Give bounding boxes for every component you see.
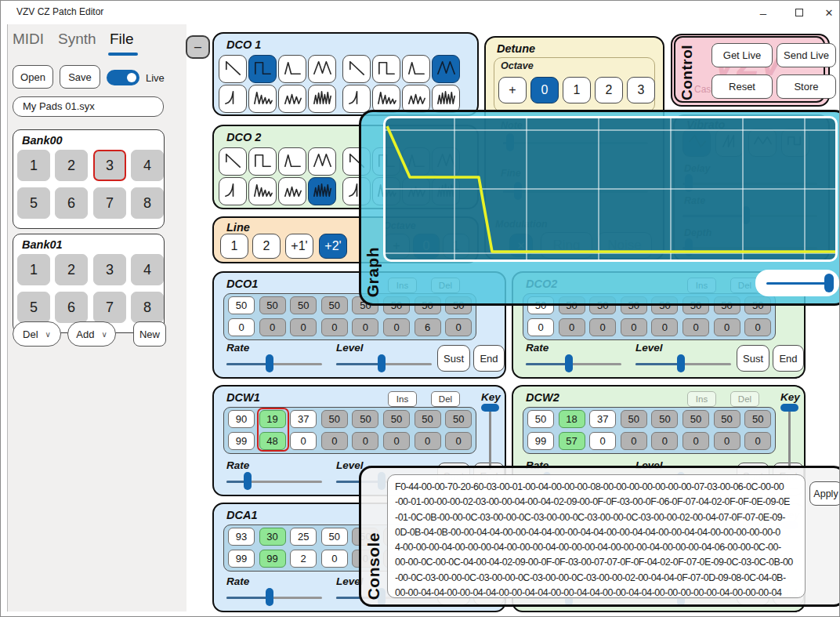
env-cell-rate[interactable]: 37 [290, 410, 317, 428]
env-cell-level[interactable]: 0 [321, 318, 348, 336]
env-cell-rate[interactable]: 50 [714, 410, 740, 428]
env-cell-level[interactable]: 0 [445, 318, 472, 336]
octave-button[interactable]: + [498, 77, 527, 103]
env-cell-rate[interactable]: 93 [228, 528, 255, 546]
env-cell-rate[interactable]: 50 [651, 410, 678, 428]
env-cell-rate[interactable]: 50 [321, 296, 348, 314]
rate-slider[interactable] [226, 474, 322, 489]
env-cell-level[interactable]: 0 [228, 318, 255, 336]
env-cell-rate[interactable]: 50 [527, 410, 554, 428]
env-cell-level[interactable]: 0 [290, 432, 317, 450]
env-cell-level[interactable]: 0 [714, 432, 740, 450]
line-button[interactable]: +1' [285, 234, 313, 259]
bank-bank00-patch-button[interactable]: 3 [93, 150, 126, 181]
wave-button-noise-saw-1[interactable] [372, 85, 400, 113]
env-cell-level[interactable]: 0 [589, 432, 616, 450]
bank-bank00-patch-button[interactable]: 1 [17, 150, 50, 181]
env-cell-level[interactable]: 0 [352, 318, 378, 336]
filename-field[interactable]: My Pads 01.syx [13, 96, 164, 117]
wave-button-double-sine[interactable] [308, 147, 336, 176]
wave-button-square[interactable] [248, 147, 277, 176]
reset-button[interactable]: Reset [711, 74, 773, 99]
close-button[interactable]: ✕ [817, 1, 840, 24]
env-cell-rate[interactable]: 90 [228, 410, 255, 428]
octave-button[interactable]: 1 [563, 77, 591, 103]
env-cell-level[interactable]: 99 [527, 432, 554, 450]
send-live-button[interactable]: Send Live [777, 43, 836, 67]
wave-button-pulse[interactable] [402, 55, 430, 83]
wave-button-noise-saw-3[interactable] [308, 177, 336, 205]
env-cell-level[interactable]: 0 [621, 318, 647, 336]
wave-button-square[interactable] [372, 55, 400, 83]
env-cell-level[interactable]: 99 [228, 432, 255, 450]
env-cell-rate[interactable]: 50 [321, 410, 348, 428]
wave-button-noise-saw-2[interactable] [278, 85, 306, 113]
wave-button-pulse[interactable] [278, 55, 306, 83]
minimize-button[interactable]: – [745, 1, 781, 24]
delete-stage-button[interactable]: Del [431, 391, 460, 407]
env-cell-level[interactable]: 48 [259, 432, 286, 450]
key-slider-handle[interactable] [481, 404, 499, 412]
store-button[interactable]: Store [777, 74, 836, 99]
env-cell-rate[interactable]: 19 [259, 410, 286, 428]
rate-slider-handle[interactable] [244, 472, 252, 490]
env-cell-level[interactable]: 99 [228, 550, 255, 568]
env-cell-rate[interactable]: 30 [259, 528, 286, 546]
add-dropdown[interactable]: Add∨ [67, 321, 116, 347]
bank-bank01-patch-button[interactable]: 7 [93, 292, 126, 323]
octave-button[interactable]: 2 [595, 77, 623, 103]
wave-button-square[interactable] [248, 55, 277, 83]
get-live-button[interactable]: Get Live [711, 43, 773, 67]
bank-bank01-patch-button[interactable]: 3 [93, 254, 126, 285]
env-cell-level[interactable]: 0 [682, 432, 709, 450]
insert-stage-button[interactable]: Ins [687, 391, 716, 407]
env-cell-level[interactable]: 0 [651, 318, 678, 336]
bank-bank01-patch-button[interactable]: 8 [131, 292, 164, 323]
rate-slider[interactable] [526, 356, 621, 372]
wave-button-noise-saw-1[interactable] [248, 85, 277, 113]
wave-button-double-sine[interactable] [308, 55, 336, 83]
bank-bank00-patch-button[interactable]: 8 [131, 187, 164, 219]
bank-bank00-patch-button[interactable]: 4 [131, 150, 164, 181]
wave-button-saw-pulse[interactable] [219, 177, 247, 205]
save-button[interactable]: Save [60, 65, 100, 89]
bank-bank01-patch-button[interactable]: 2 [55, 254, 88, 285]
bank-bank01-patch-button[interactable]: 6 [55, 292, 88, 323]
env-cell-level[interactable]: 0 [352, 432, 378, 450]
tab-file[interactable]: File [110, 31, 134, 48]
env-cell-level[interactable]: 0 [621, 432, 647, 450]
bank-bank01-patch-button[interactable]: 1 [17, 254, 50, 285]
line-button[interactable]: +2' [319, 234, 347, 259]
graph-zoom-handle[interactable] [824, 274, 834, 292]
sustain-button[interactable]: Sust [737, 345, 769, 372]
bank-bank00-patch-button[interactable]: 2 [55, 150, 88, 181]
wave-button-noise-saw-3[interactable] [432, 85, 460, 113]
rate-slider[interactable] [226, 590, 322, 605]
wave-button-saw[interactable] [342, 55, 371, 83]
env-cell-level[interactable]: 2 [290, 550, 317, 568]
line-button[interactable]: 1 [220, 234, 248, 259]
end-button[interactable]: End [473, 345, 505, 372]
env-cell-rate[interactable]: 25 [290, 528, 317, 546]
wave-button-saw[interactable] [219, 147, 247, 176]
level-slider-handle[interactable] [378, 354, 386, 372]
env-cell-level[interactable]: 0 [651, 432, 678, 450]
env-cell-rate[interactable]: 50 [621, 410, 647, 428]
maximize-button[interactable] [781, 1, 817, 24]
bank-bank01-patch-button[interactable]: 4 [131, 254, 164, 285]
apply-button[interactable]: Apply [809, 481, 840, 506]
env-cell-rate[interactable]: 50 [445, 410, 472, 428]
level-slider-handle[interactable] [677, 354, 685, 372]
env-cell-rate[interactable]: 50 [321, 528, 348, 546]
octave-button[interactable]: 3 [627, 77, 655, 103]
env-cell-rate[interactable]: 50 [352, 410, 378, 428]
insert-stage-button[interactable]: Ins [388, 391, 417, 407]
env-cell-rate[interactable]: 50 [682, 410, 709, 428]
wave-button-saw-pulse[interactable] [342, 85, 371, 113]
end-button[interactable]: End [773, 345, 804, 372]
env-cell-level[interactable]: 0 [290, 318, 317, 336]
bank-bank00-patch-button[interactable]: 6 [55, 187, 88, 219]
env-cell-level[interactable]: 0 [744, 318, 771, 336]
env-cell-level[interactable]: 57 [559, 432, 585, 450]
env-cell-rate[interactable]: 18 [559, 410, 585, 428]
